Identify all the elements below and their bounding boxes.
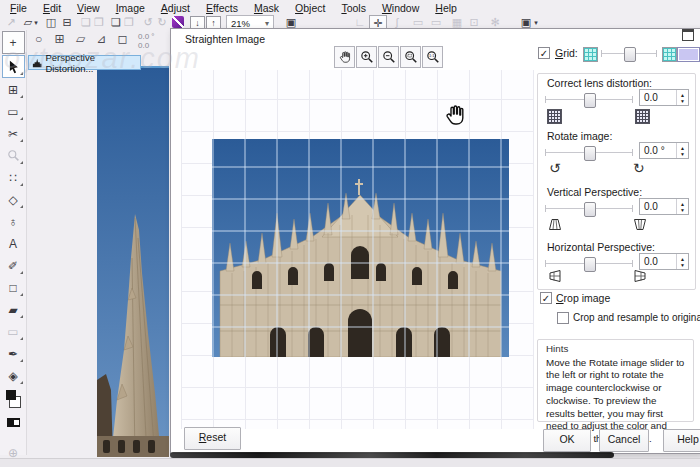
launch-icon[interactable]: ↗ bbox=[3, 15, 19, 30]
pan-left-perspective-icon bbox=[548, 269, 562, 287]
redo-icon[interactable]: ↻ bbox=[154, 15, 170, 30]
menu-adjust[interactable]: Adjust bbox=[153, 2, 198, 14]
rotate-cw-icon: ↻ bbox=[633, 161, 645, 175]
image-lab-icon[interactable] bbox=[172, 16, 184, 28]
keystone-wide-top-icon bbox=[633, 217, 647, 235]
lens-spinner[interactable]: ▲▼ bbox=[676, 90, 688, 105]
vertical-perspective-input[interactable]: 0.0 ▲▼ bbox=[639, 198, 689, 215]
grid-slider-thumb[interactable] bbox=[624, 47, 636, 62]
liquid-tool-icon[interactable]: ∷ bbox=[3, 167, 24, 188]
menu-help[interactable]: Help bbox=[427, 2, 465, 14]
horizontal-perspective-input[interactable]: 0.0 ▲▼ bbox=[639, 253, 689, 270]
rotate-image-slider[interactable] bbox=[545, 145, 633, 160]
crop-resample-label: Crop and resample to original size bbox=[573, 312, 700, 323]
lens-slider-thumb[interactable] bbox=[584, 93, 596, 108]
menu-window[interactable]: Window bbox=[374, 2, 427, 14]
zoom-out-button[interactable] bbox=[378, 46, 399, 68]
duplicate-icon[interactable]: ❐ bbox=[91, 15, 107, 30]
help-button[interactable]: Help bbox=[663, 429, 700, 452]
lens-distortion-slider[interactable] bbox=[545, 92, 633, 107]
barrel-distortion-icon bbox=[547, 109, 562, 124]
effect-tool-icon[interactable]: ♁ bbox=[3, 211, 24, 232]
zoom-100-icon: 1:1 bbox=[426, 50, 440, 64]
straighten-image-dialog: Straighten Image 1:1 bbox=[170, 28, 700, 454]
angle-value[interactable]: 0.0 ° bbox=[138, 32, 155, 41]
reset-button[interactable]: Reset bbox=[184, 427, 241, 450]
horizontal-slider-thumb[interactable] bbox=[584, 257, 596, 272]
zoom-tool-icon[interactable] bbox=[3, 145, 24, 166]
horizontal-perspective-value[interactable]: 0.0 bbox=[640, 256, 676, 267]
status-bar bbox=[0, 458, 700, 467]
menu-mask[interactable]: Mask bbox=[246, 2, 287, 14]
rotate-image-value[interactable]: 0.0 ° bbox=[640, 145, 676, 156]
vertical-slider-thumb[interactable] bbox=[584, 202, 596, 217]
rotate-mode-icon[interactable]: ○ bbox=[30, 31, 47, 48]
zoom-actual-button[interactable]: 1:1 bbox=[422, 46, 443, 68]
lens-distortion-value[interactable]: 0.0 bbox=[640, 92, 676, 103]
grid-checkbox[interactable]: ✓ bbox=[538, 47, 550, 59]
cursor-arrow-icon bbox=[7, 60, 20, 74]
crop-image-checkbox[interactable]: ✓ bbox=[540, 292, 552, 304]
menu-bar: File Edit View Image Adjust Effects Mask… bbox=[0, 0, 700, 15]
menu-object[interactable]: Object bbox=[287, 2, 333, 14]
print-icon[interactable]: ⊟ bbox=[59, 15, 75, 30]
crosshair-tool-icon[interactable]: + bbox=[2, 31, 25, 54]
zoom-in-button[interactable] bbox=[356, 46, 377, 68]
video-scrubber-strip bbox=[170, 452, 614, 458]
horizontal-perspective-label: Horizontal Perspective: bbox=[547, 241, 655, 253]
eyedropper-tool-icon[interactable]: ✒ bbox=[3, 343, 24, 364]
rectangle-tool-icon[interactable]: □ bbox=[3, 277, 24, 298]
tooltip-label: Perspective Distortion... bbox=[45, 52, 140, 74]
crop-resample-checkbox[interactable] bbox=[557, 312, 569, 324]
rotate-image-input[interactable]: 0.0 ° ▲▼ bbox=[639, 142, 689, 159]
rotate-spinner[interactable]: ▲▼ bbox=[676, 143, 688, 158]
cancel-button[interactable]: Cancel bbox=[599, 429, 649, 452]
rotate-ccw-icon: ↺ bbox=[549, 161, 561, 175]
menu-image[interactable]: Image bbox=[108, 2, 153, 14]
grid-spacing-slider[interactable] bbox=[601, 46, 657, 61]
skew-mode-icon[interactable]: ▱ bbox=[72, 31, 89, 48]
text-tool-icon[interactable]: A bbox=[3, 233, 24, 254]
preview-image[interactable] bbox=[212, 139, 509, 357]
menu-tools[interactable]: Tools bbox=[333, 2, 374, 14]
rectangle-mask-tool-icon[interactable]: ▭ bbox=[3, 101, 24, 122]
pincushion-distortion-icon bbox=[635, 109, 650, 124]
open-dropdown-icon[interactable]: ▾ bbox=[32, 15, 40, 30]
horizontal-spinner[interactable]: ▲▼ bbox=[676, 254, 688, 269]
foreground-background-swatches[interactable] bbox=[3, 387, 24, 411]
zoom-fit-button[interactable] bbox=[400, 46, 421, 68]
perspective-mode-icon[interactable]: ⊿ bbox=[93, 31, 110, 48]
foreground-color-swatch[interactable] bbox=[6, 390, 16, 400]
save-icon[interactable]: ◫ bbox=[43, 15, 59, 30]
vertical-perspective-slider[interactable] bbox=[545, 201, 633, 216]
ok-button[interactable]: OK bbox=[543, 429, 591, 452]
crop-tool-icon[interactable]: ✂ bbox=[3, 123, 24, 144]
hints-title: Hints bbox=[546, 343, 687, 356]
shape-tool-icon[interactable]: ◇ bbox=[3, 189, 24, 210]
menu-view[interactable]: View bbox=[69, 2, 108, 14]
grid-color-swatch[interactable] bbox=[677, 47, 700, 62]
mask-transform-tool-icon[interactable]: ⊞ bbox=[3, 79, 24, 100]
vertical-perspective-label: Vertical Perspective: bbox=[547, 186, 642, 198]
hand-cursor-icon bbox=[443, 103, 467, 127]
menu-effects[interactable]: Effects bbox=[198, 2, 246, 14]
fill-tool-icon[interactable]: ◈ bbox=[3, 365, 24, 386]
eraser-tool-icon[interactable]: ▰ bbox=[3, 299, 24, 320]
vertical-perspective-value[interactable]: 0.0 bbox=[640, 201, 676, 212]
menu-file[interactable]: File bbox=[2, 2, 35, 14]
rotate-slider-thumb[interactable] bbox=[584, 146, 596, 161]
paste-special-icon[interactable]: ❐ bbox=[121, 15, 137, 30]
fill-swatch[interactable] bbox=[3, 412, 24, 433]
brush-tool-icon[interactable]: ✐ bbox=[3, 255, 24, 276]
distort-mode-icon[interactable]: ◻ bbox=[114, 31, 131, 48]
angle-value-2[interactable]: 0.0 bbox=[138, 41, 149, 50]
menu-edit[interactable]: Edit bbox=[35, 2, 69, 14]
pan-hand-button[interactable] bbox=[334, 46, 355, 68]
image-slice-tool-icon[interactable]: ▭ bbox=[3, 321, 24, 342]
lens-distortion-input[interactable]: 0.0 ▲▼ bbox=[639, 89, 689, 106]
window-icon[interactable] bbox=[682, 29, 694, 41]
pick-tool-icon[interactable] bbox=[2, 55, 25, 78]
vertical-spinner[interactable]: ▲▼ bbox=[676, 199, 688, 214]
zoom-dropdown-icon[interactable]: ▾ bbox=[261, 19, 273, 28]
grid-mode-icon[interactable]: ⊞ bbox=[51, 31, 68, 48]
